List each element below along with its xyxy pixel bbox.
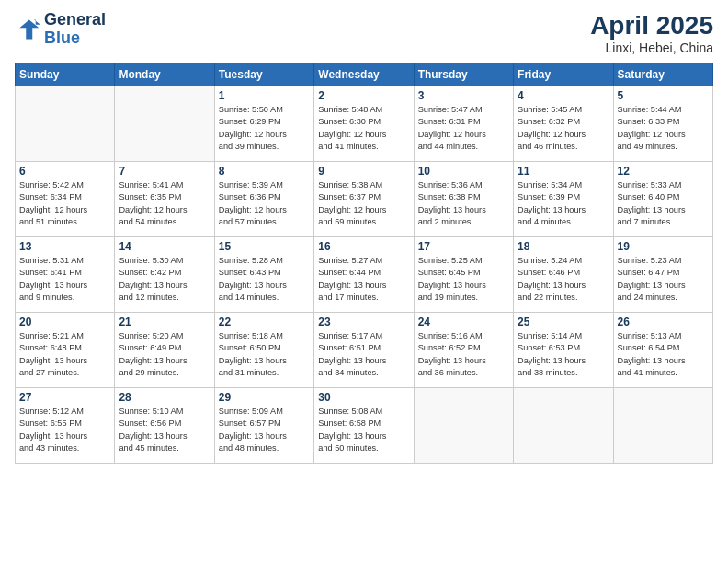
day-number: 20 <box>19 316 110 328</box>
day-number: 2 <box>318 89 409 102</box>
day-info: Sunrise: 5:12 AM Sunset: 6:55 PM Dayligh… <box>19 406 110 454</box>
calendar-cell <box>514 388 613 464</box>
calendar-cell: 11Sunrise: 5:34 AM Sunset: 6:39 PM Dayli… <box>514 162 613 237</box>
calendar-cell: 10Sunrise: 5:36 AM Sunset: 6:38 PM Dayli… <box>414 162 513 237</box>
calendar-cell: 7Sunrise: 5:41 AM Sunset: 6:35 PM Daylig… <box>115 162 214 237</box>
week-row-5: 27Sunrise: 5:12 AM Sunset: 6:55 PM Dayli… <box>16 388 713 464</box>
day-info: Sunrise: 5:47 AM Sunset: 6:31 PM Dayligh… <box>418 104 509 153</box>
page: General Blue April 2025 Linxi, Hebei, Ch… <box>0 0 728 563</box>
calendar-cell: 28Sunrise: 5:10 AM Sunset: 6:56 PM Dayli… <box>115 388 214 464</box>
weekday-header-row: SundayMondayTuesdayWednesdayThursdayFrid… <box>16 63 713 86</box>
day-info: Sunrise: 5:20 AM Sunset: 6:49 PM Dayligh… <box>119 330 210 379</box>
calendar-cell: 29Sunrise: 5:09 AM Sunset: 6:57 PM Dayli… <box>214 388 313 464</box>
weekday-header-wednesday: Wednesday <box>314 63 414 86</box>
day-number: 17 <box>418 240 509 253</box>
day-number: 9 <box>318 165 409 178</box>
day-number: 8 <box>219 165 310 178</box>
day-number: 11 <box>518 165 609 178</box>
day-info: Sunrise: 5:17 AM Sunset: 6:51 PM Dayligh… <box>318 330 409 379</box>
day-number: 18 <box>518 240 609 253</box>
calendar-subtitle: Linxi, Hebei, China <box>590 40 713 55</box>
calendar-cell: 23Sunrise: 5:17 AM Sunset: 6:51 PM Dayli… <box>314 313 414 388</box>
day-number: 13 <box>19 240 110 253</box>
calendar-cell: 5Sunrise: 5:44 AM Sunset: 6:33 PM Daylig… <box>613 86 712 162</box>
svg-marker-1 <box>34 19 40 24</box>
day-info: Sunrise: 5:08 AM Sunset: 6:58 PM Dayligh… <box>318 406 409 454</box>
calendar-cell: 14Sunrise: 5:30 AM Sunset: 6:42 PM Dayli… <box>115 237 214 313</box>
day-number: 26 <box>618 316 709 328</box>
calendar-table: SundayMondayTuesdayWednesdayThursdayFrid… <box>15 63 713 464</box>
day-info: Sunrise: 5:48 AM Sunset: 6:30 PM Dayligh… <box>318 104 409 153</box>
calendar-cell: 8Sunrise: 5:39 AM Sunset: 6:36 PM Daylig… <box>214 162 313 237</box>
calendar-cell: 3Sunrise: 5:47 AM Sunset: 6:31 PM Daylig… <box>414 86 513 162</box>
calendar-cell: 16Sunrise: 5:27 AM Sunset: 6:44 PM Dayli… <box>314 237 414 313</box>
calendar-cell: 26Sunrise: 5:13 AM Sunset: 6:54 PM Dayli… <box>613 313 712 388</box>
day-number: 21 <box>119 316 210 328</box>
day-number: 28 <box>119 391 210 404</box>
day-info: Sunrise: 5:44 AM Sunset: 6:33 PM Dayligh… <box>618 104 709 153</box>
day-info: Sunrise: 5:31 AM Sunset: 6:41 PM Dayligh… <box>19 255 110 304</box>
day-number: 15 <box>219 240 310 253</box>
day-number: 3 <box>418 89 509 102</box>
day-number: 27 <box>19 391 110 404</box>
day-info: Sunrise: 5:16 AM Sunset: 6:52 PM Dayligh… <box>418 330 509 379</box>
day-number: 25 <box>518 316 609 328</box>
day-info: Sunrise: 5:41 AM Sunset: 6:35 PM Dayligh… <box>119 179 210 228</box>
calendar-cell: 15Sunrise: 5:28 AM Sunset: 6:43 PM Dayli… <box>214 237 313 313</box>
weekday-header-saturday: Saturday <box>613 63 712 86</box>
day-info: Sunrise: 5:27 AM Sunset: 6:44 PM Dayligh… <box>318 255 409 304</box>
week-row-1: 1Sunrise: 5:50 AM Sunset: 6:29 PM Daylig… <box>16 86 713 162</box>
day-info: Sunrise: 5:30 AM Sunset: 6:42 PM Dayligh… <box>119 255 210 304</box>
calendar-cell: 21Sunrise: 5:20 AM Sunset: 6:49 PM Dayli… <box>115 313 214 388</box>
calendar-cell: 24Sunrise: 5:16 AM Sunset: 6:52 PM Dayli… <box>414 313 513 388</box>
day-info: Sunrise: 5:18 AM Sunset: 6:50 PM Dayligh… <box>219 330 310 379</box>
calendar-cell: 2Sunrise: 5:48 AM Sunset: 6:30 PM Daylig… <box>314 86 414 162</box>
calendar-cell: 4Sunrise: 5:45 AM Sunset: 6:32 PM Daylig… <box>514 86 613 162</box>
day-number: 1 <box>219 89 310 102</box>
week-row-4: 20Sunrise: 5:21 AM Sunset: 6:48 PM Dayli… <box>16 313 713 388</box>
calendar-cell <box>613 388 712 464</box>
weekday-header-sunday: Sunday <box>16 63 115 86</box>
day-number: 24 <box>418 316 509 328</box>
day-number: 19 <box>618 240 709 253</box>
weekday-header-thursday: Thursday <box>414 63 513 86</box>
header: General Blue April 2025 Linxi, Hebei, Ch… <box>15 11 713 55</box>
logo-icon <box>15 17 40 42</box>
calendar-cell: 25Sunrise: 5:14 AM Sunset: 6:53 PM Dayli… <box>514 313 613 388</box>
calendar-cell: 13Sunrise: 5:31 AM Sunset: 6:41 PM Dayli… <box>16 237 115 313</box>
day-info: Sunrise: 5:50 AM Sunset: 6:29 PM Dayligh… <box>219 104 310 153</box>
calendar-cell: 30Sunrise: 5:08 AM Sunset: 6:58 PM Dayli… <box>314 388 414 464</box>
calendar-cell <box>115 86 214 162</box>
day-number: 23 <box>318 316 409 328</box>
weekday-header-tuesday: Tuesday <box>214 63 313 86</box>
day-info: Sunrise: 5:36 AM Sunset: 6:38 PM Dayligh… <box>418 179 509 228</box>
day-info: Sunrise: 5:13 AM Sunset: 6:54 PM Dayligh… <box>618 330 709 379</box>
day-info: Sunrise: 5:24 AM Sunset: 6:46 PM Dayligh… <box>518 255 609 304</box>
week-row-3: 13Sunrise: 5:31 AM Sunset: 6:41 PM Dayli… <box>16 237 713 313</box>
calendar-cell <box>16 86 115 162</box>
calendar-title: April 2025 <box>590 11 713 40</box>
calendar-cell: 22Sunrise: 5:18 AM Sunset: 6:50 PM Dayli… <box>214 313 313 388</box>
calendar-cell: 12Sunrise: 5:33 AM Sunset: 6:40 PM Dayli… <box>613 162 712 237</box>
day-info: Sunrise: 5:45 AM Sunset: 6:32 PM Dayligh… <box>518 104 609 153</box>
weekday-header-monday: Monday <box>115 63 214 86</box>
day-info: Sunrise: 5:09 AM Sunset: 6:57 PM Dayligh… <box>219 406 310 454</box>
day-info: Sunrise: 5:14 AM Sunset: 6:53 PM Dayligh… <box>518 330 609 379</box>
day-number: 7 <box>119 165 210 178</box>
day-info: Sunrise: 5:25 AM Sunset: 6:45 PM Dayligh… <box>418 255 509 304</box>
day-number: 4 <box>518 89 609 102</box>
day-info: Sunrise: 5:23 AM Sunset: 6:47 PM Dayligh… <box>618 255 709 304</box>
week-row-2: 6Sunrise: 5:42 AM Sunset: 6:34 PM Daylig… <box>16 162 713 237</box>
day-info: Sunrise: 5:21 AM Sunset: 6:48 PM Dayligh… <box>19 330 110 379</box>
day-info: Sunrise: 5:33 AM Sunset: 6:40 PM Dayligh… <box>618 179 709 228</box>
day-info: Sunrise: 5:38 AM Sunset: 6:37 PM Dayligh… <box>318 179 409 228</box>
day-number: 29 <box>219 391 310 404</box>
calendar-cell: 19Sunrise: 5:23 AM Sunset: 6:47 PM Dayli… <box>613 237 712 313</box>
day-info: Sunrise: 5:28 AM Sunset: 6:43 PM Dayligh… <box>219 255 310 304</box>
calendar-cell: 1Sunrise: 5:50 AM Sunset: 6:29 PM Daylig… <box>214 86 313 162</box>
day-number: 12 <box>618 165 709 178</box>
logo-text: General Blue <box>44 11 106 48</box>
day-info: Sunrise: 5:34 AM Sunset: 6:39 PM Dayligh… <box>518 179 609 228</box>
day-number: 14 <box>119 240 210 253</box>
day-number: 10 <box>418 165 509 178</box>
